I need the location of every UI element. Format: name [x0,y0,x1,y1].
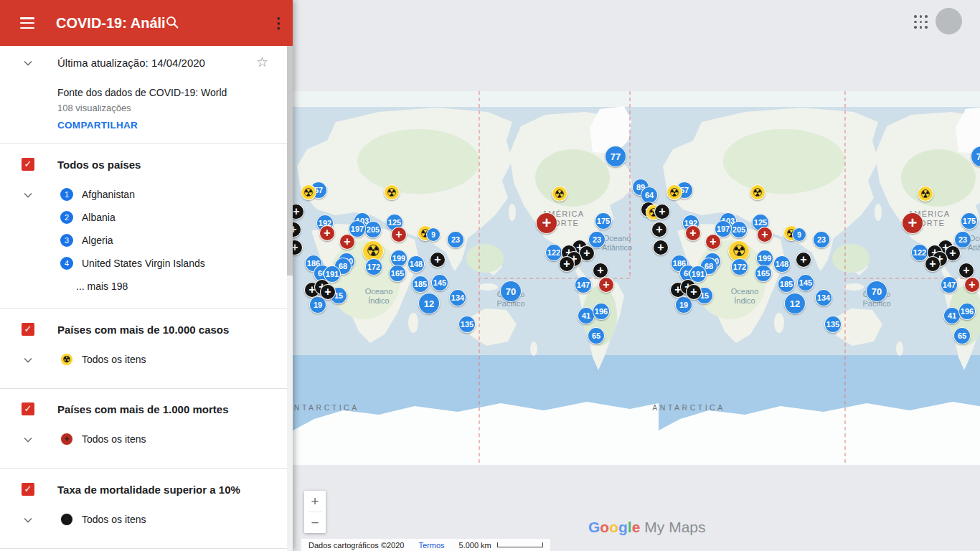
map-marker-yellow[interactable]: ☢ [301,184,316,200]
layer-checkbox[interactable]: ✓ [22,158,34,171]
layer-items-row[interactable]: ☢ Todos os itens [0,348,293,371]
search-icon[interactable] [165,15,179,32]
map-marker-blue[interactable]: 147 [575,276,592,293]
map-marker-yellow[interactable]: ☢ [666,184,682,200]
zoom-in-button[interactable]: + [304,491,326,512]
map-marker-red[interactable]: + [319,225,335,241]
map-marker-black[interactable]: + [293,240,303,255]
map-marker-yellow[interactable]: ☢ [918,186,933,202]
layer-items-row[interactable]: + Todos os itens [0,428,293,451]
map-marker-blue[interactable]: 165 [389,265,406,282]
map-marker-blue[interactable]: 23 [954,231,971,248]
chevron-down-icon[interactable] [24,434,32,445]
map-marker-blue[interactable]: 205 [730,221,748,238]
chevron-down-icon[interactable] [24,57,32,68]
layer-checkbox[interactable]: ✓ [22,483,34,496]
scrollbar-thumb[interactable] [287,46,293,276]
map-marker-yellow[interactable]: ☢ [750,184,765,200]
map-marker-blue[interactable]: 65 [953,327,971,344]
map-marker-yellow[interactable]: ☢ [552,186,567,202]
map-marker-black[interactable]: + [653,240,669,255]
chevron-down-icon[interactable] [24,354,32,365]
map-marker-blue[interactable]: 23 [813,231,830,248]
sidebar-scrollbar[interactable] [287,46,293,551]
map-marker-blue[interactable]: 148 [773,255,791,273]
map-marker-black[interactable]: + [796,252,811,268]
account-avatar[interactable] [936,8,962,34]
map-marker-blue[interactable]: 172 [731,258,748,276]
map-marker-blue[interactable]: 196 [958,303,976,320]
map-marker-blue[interactable]: 175 [595,212,612,230]
layer-checkbox[interactable]: ✓ [22,323,34,336]
map-marker-blue[interactable]: 65 [588,327,605,344]
map-marker-blue[interactable]: 145 [797,274,814,291]
map-marker-red[interactable]: + [536,212,557,234]
chevron-down-icon[interactable] [24,514,32,525]
map-marker-blue[interactable]: 77 [971,146,980,167]
star-icon[interactable]: ☆ [256,54,268,70]
layer-title[interactable]: Países com mais de 10.000 casos [57,324,229,336]
map-marker-blue[interactable]: 12 [418,293,440,314]
map-marker-black[interactable]: + [593,263,608,278]
map-marker-blue[interactable]: 9 [792,227,806,242]
map-marker-red[interactable]: + [757,227,773,242]
map-marker-black[interactable]: + [925,256,941,272]
more-options-icon[interactable]: ⋮ [195,11,271,34]
map-marker-black[interactable]: + [320,284,336,300]
zoom-out-button[interactable]: − [304,512,326,533]
map-marker-blue[interactable]: 134 [815,289,832,306]
country-item[interactable]: 4 United States Virgin Islands [0,252,293,275]
map-marker-black[interactable]: + [651,222,667,237]
map-marker-black[interactable]: + [430,252,446,268]
map-marker-blue[interactable]: 165 [755,265,772,282]
map-marker-blue[interactable]: 148 [407,255,425,273]
map-marker-black[interactable]: + [654,204,670,220]
map-marker-blue[interactable]: 70 [866,281,887,302]
map-marker-red[interactable]: + [685,225,701,241]
layer-checkbox[interactable]: ✓ [22,402,34,415]
map-marker-blue[interactable]: 23 [447,231,464,248]
map-marker-blue[interactable]: 185 [778,276,795,293]
menu-icon[interactable] [20,17,36,29]
map-marker-blue[interactable]: 134 [449,289,466,306]
layer-items-row[interactable]: + Todos os itens [0,508,293,531]
map-marker-blue[interactable]: 77 [605,146,626,167]
map-marker-red[interactable]: + [964,277,980,293]
country-item[interactable]: 3 Algeria [0,229,293,252]
map-marker-red[interactable]: + [339,234,355,250]
terms-link[interactable]: Termos [418,541,444,550]
map-marker-yellow[interactable]: ☢ [384,184,400,200]
map-marker-blue[interactable]: 9 [426,227,440,242]
map-marker-black[interactable]: + [293,222,301,237]
map-marker-blue[interactable]: 196 [593,303,610,320]
google-apps-grid-icon[interactable] [914,15,928,29]
country-item[interactable]: 2 Albania [0,206,293,229]
map-marker-blue[interactable]: 23 [588,231,606,248]
map-marker-blue[interactable]: 135 [458,316,476,333]
map-marker-black[interactable]: + [958,263,974,278]
layer-title[interactable]: Países com mais de 1.000 mortes [57,403,228,415]
map-marker-blue[interactable]: 175 [961,212,978,230]
map-marker-blue[interactable]: 172 [365,258,382,276]
map-marker-blue[interactable]: 135 [824,316,842,333]
map-marker-blue[interactable]: 185 [412,276,429,293]
chevron-down-icon[interactable] [24,189,32,200]
map-marker-black[interactable]: + [686,284,702,300]
country-item[interactable]: 1 Afghanistan [0,183,293,206]
map-marker-black[interactable]: + [559,256,575,272]
layer-title[interactable]: Taxa de mortalidade superior a 10% [57,484,240,496]
map-marker-red[interactable]: + [705,234,721,250]
map-marker-blue[interactable]: 70 [500,281,522,302]
map-marker-blue[interactable]: 145 [431,274,448,291]
map-marker-red[interactable]: + [598,277,614,293]
share-button[interactable]: COMPARTILHAR [57,120,138,131]
map-marker-blue[interactable]: 12 [784,293,806,314]
map-canvas[interactable]: AMÉRICA NORTEOceano AtlânticoOceano Índi… [293,0,980,551]
map-marker-red[interactable]: + [391,227,407,242]
map-marker-blue[interactable]: 147 [941,276,958,293]
map-marker-black[interactable]: + [293,204,304,220]
map-marker-blue[interactable]: 205 [364,221,382,238]
layer-title[interactable]: Todos os países [57,159,141,171]
map-marker-red[interactable]: + [902,212,923,234]
more-countries[interactable]: ... mais 198 [0,275,293,298]
